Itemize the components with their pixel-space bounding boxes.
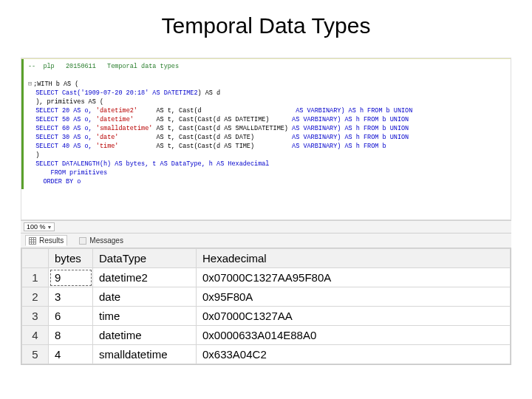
results-grid[interactable]: bytes DataType Hexadecimal 1 9 datetime2…: [21, 248, 511, 365]
cell-hex[interactable]: 0x0000633A014E88A0: [197, 326, 511, 345]
zoom-strip: 100 % ▼: [21, 220, 511, 233]
r4l: 'date': [96, 134, 119, 141]
table-row[interactable]: 5 4 smalldatetime 0x633A04C2: [22, 345, 511, 364]
rownum-header: [22, 249, 49, 268]
col-datatype[interactable]: DataType: [93, 249, 197, 268]
r5l: 'time': [96, 143, 119, 150]
cte2: ), primitives AS (: [35, 98, 103, 106]
chevron-down-icon: ▼: [47, 225, 52, 230]
row-number: 2: [22, 287, 49, 307]
table-row[interactable]: 3 6 time 0x07000C1327AA: [22, 307, 511, 326]
r1l: 'datetime2': [96, 107, 137, 115]
cell-datatype[interactable]: time: [93, 307, 197, 326]
closep: ): [35, 151, 39, 159]
cell-bytes[interactable]: 8: [49, 326, 93, 345]
r1e: AS VARBINARY) AS h FROM b UNION: [202, 107, 413, 115]
header-row: bytes DataType Hexadecimal: [22, 249, 511, 268]
slide-title: Temporal Data Types: [0, 0, 532, 47]
cell-bytes[interactable]: 4: [49, 345, 93, 364]
r4a: SELECT 30 AS o,: [35, 134, 96, 141]
cell-datatype[interactable]: datetime: [93, 326, 197, 345]
r3m: AS t, Cast(Cast(d AS SMALLDATETIME): [152, 125, 288, 132]
cell-datatype[interactable]: smalldatetime: [93, 345, 197, 364]
cell-bytes[interactable]: 9: [49, 268, 93, 287]
sql-comment: -- plp 20150611 Temporal data types: [28, 63, 179, 70]
cell-datatype[interactable]: datetime2: [93, 268, 197, 287]
tab-results-label: Results: [39, 236, 64, 245]
results-tabs: Results Messages: [21, 233, 511, 248]
tab-results[interactable]: Results: [25, 235, 67, 246]
row-number: 1: [22, 268, 49, 287]
table-row[interactable]: 4 8 datetime 0x0000633A014E88A0: [22, 326, 511, 345]
sel2: SELECT DATALENGTH(h) AS bytes, t AS Data…: [35, 160, 269, 168]
r2a: SELECT 50 AS o,: [35, 116, 96, 123]
sql-editor-pane[interactable]: -- plp 20150611 Temporal data types ⊟;WI…: [21, 58, 511, 220]
row-number: 5: [22, 345, 49, 364]
r3l: 'smalldatetime': [96, 125, 153, 132]
r4m: AS t, Cast(Cast(d AS DATE): [118, 134, 254, 141]
order: ORDER BY o: [39, 178, 81, 185]
row-number: 3: [22, 307, 49, 326]
cell-hex[interactable]: 0x95F80A: [197, 287, 511, 307]
from: FROM primitives: [43, 169, 107, 177]
r5e: AS VARBINARY) AS h FROM b: [254, 143, 386, 150]
tab-messages[interactable]: Messages: [76, 236, 126, 245]
r1m: AS t, Cast(d: [137, 107, 202, 115]
grid-icon: [29, 237, 36, 245]
table-row[interactable]: 2 3 date 0x95F80A: [22, 287, 511, 307]
zoom-dropdown[interactable]: 100 % ▼: [24, 222, 55, 231]
fold-icon[interactable]: ⊟: [28, 81, 32, 88]
r4e: AS VARBINARY) AS h FROM b UNION: [254, 134, 409, 141]
cte-with: ;WITH b AS (: [33, 81, 78, 88]
r1a: SELECT 20 AS o,: [35, 107, 96, 115]
r3e: AS VARBINARY) AS h FROM b UNION: [288, 125, 409, 132]
cell-bytes[interactable]: 3: [49, 287, 93, 307]
cell-bytes[interactable]: 6: [49, 307, 93, 326]
cell-hex[interactable]: 0x633A04C2: [197, 345, 511, 364]
r2e: AS VARBINARY) AS h FROM b UNION: [269, 116, 409, 123]
col-hex[interactable]: Hexadecimal: [197, 249, 511, 268]
table-row[interactable]: 1 9 datetime2 0x07000C1327AA95F80A: [22, 268, 511, 287]
r5m: AS t, Cast(Cast(d AS TIME): [118, 143, 254, 150]
row-number: 4: [22, 326, 49, 345]
message-icon: [79, 237, 86, 245]
r5a: SELECT 40 AS o,: [35, 143, 96, 150]
sel1-b: ) AS d: [198, 89, 221, 97]
col-bytes[interactable]: bytes: [49, 249, 93, 268]
zoom-value: 100 %: [27, 223, 46, 231]
cell-hex[interactable]: 0x07000C1327AA: [197, 307, 511, 326]
sel1-kw: AS DATETIME2: [152, 89, 197, 97]
tab-messages-label: Messages: [89, 236, 123, 245]
r3a: SELECT 60 AS o,: [35, 125, 96, 132]
cell-hex[interactable]: 0x07000C1327AA95F80A: [197, 268, 511, 287]
r2l: 'datetime': [96, 116, 134, 123]
sel1-a: SELECT Cast('1909-07-20 20:18': [35, 89, 152, 97]
sql-code[interactable]: -- plp 20150611 Temporal data types ⊟;WI…: [21, 59, 511, 189]
cell-datatype[interactable]: date: [93, 287, 197, 307]
r2m: AS t, Cast(Cast(d AS DATETIME): [134, 116, 270, 123]
